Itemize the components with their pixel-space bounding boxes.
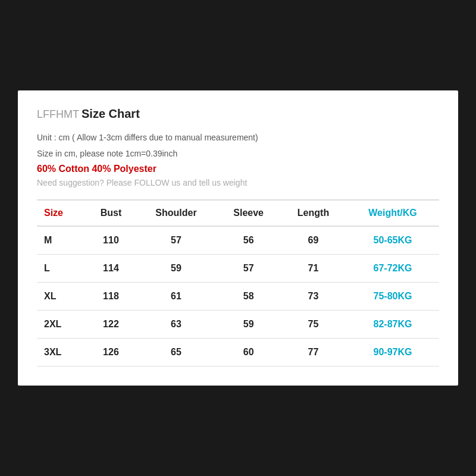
cell-size: 2XL xyxy=(37,311,86,339)
cell-bust: 118 xyxy=(86,283,136,311)
cell-shoulder: 61 xyxy=(136,283,217,311)
table-header-row: Size Bust Shoulder Sleeve Length Weight/… xyxy=(37,200,439,226)
cell-bust: 110 xyxy=(86,226,136,255)
cell-length: 73 xyxy=(280,283,346,311)
cell-length: 75 xyxy=(280,311,346,339)
col-header-length: Length xyxy=(280,200,346,226)
cell-size: L xyxy=(37,255,86,283)
cell-sleeve: 60 xyxy=(217,339,280,367)
cell-sleeve: 58 xyxy=(217,283,280,311)
table-row: 3XL12665607790-97KG xyxy=(37,339,439,367)
unit-note: Unit : cm ( Allow 1-3cm differs due to m… xyxy=(37,131,439,144)
cell-size: M xyxy=(37,226,86,255)
size-chart-card: LFFHMT Size Chart Unit : cm ( Allow 1-3c… xyxy=(18,90,458,386)
cell-sleeve: 57 xyxy=(217,255,280,283)
cell-weight: 67-72KG xyxy=(346,255,439,283)
cell-weight: 50-65KG xyxy=(346,226,439,255)
title-row: LFFHMT Size Chart xyxy=(37,107,439,121)
cell-bust: 114 xyxy=(86,255,136,283)
cell-length: 71 xyxy=(280,255,346,283)
cell-size: XL xyxy=(37,283,86,311)
table-row: M11057566950-65KG xyxy=(37,226,439,255)
col-header-size: Size xyxy=(37,200,86,226)
cell-bust: 126 xyxy=(86,339,136,367)
col-header-weight: Weight/KG xyxy=(346,200,439,226)
cell-shoulder: 57 xyxy=(136,226,217,255)
size-note: Size in cm, please note 1cm=0.39inch xyxy=(37,148,439,160)
cell-length: 77 xyxy=(280,339,346,367)
material-note: 60% Cotton 40% Polyester xyxy=(37,164,439,174)
table-row: L11459577167-72KG xyxy=(37,255,439,283)
cell-size: 3XL xyxy=(37,339,86,367)
cell-shoulder: 65 xyxy=(136,339,217,367)
table-row: XL11861587375-80KG xyxy=(37,283,439,311)
cell-weight: 75-80KG xyxy=(346,283,439,311)
suggestion-note: Need suggestion? Please FOLLOW us and te… xyxy=(37,178,439,187)
col-header-sleeve: Sleeve xyxy=(217,200,280,226)
size-table: Size Bust Shoulder Sleeve Length Weight/… xyxy=(37,199,439,367)
cell-sleeve: 59 xyxy=(217,311,280,339)
cell-sleeve: 56 xyxy=(217,226,280,255)
col-header-bust: Bust xyxy=(86,200,136,226)
brand-name: LFFHMT xyxy=(37,108,79,121)
cell-weight: 90-97KG xyxy=(346,339,439,367)
cell-shoulder: 59 xyxy=(136,255,217,283)
col-header-shoulder: Shoulder xyxy=(136,200,217,226)
cell-weight: 82-87KG xyxy=(346,311,439,339)
chart-title: Size Chart xyxy=(82,107,140,121)
table-row: 2XL12263597582-87KG xyxy=(37,311,439,339)
cell-shoulder: 63 xyxy=(136,311,217,339)
cell-length: 69 xyxy=(280,226,346,255)
cell-bust: 122 xyxy=(86,311,136,339)
